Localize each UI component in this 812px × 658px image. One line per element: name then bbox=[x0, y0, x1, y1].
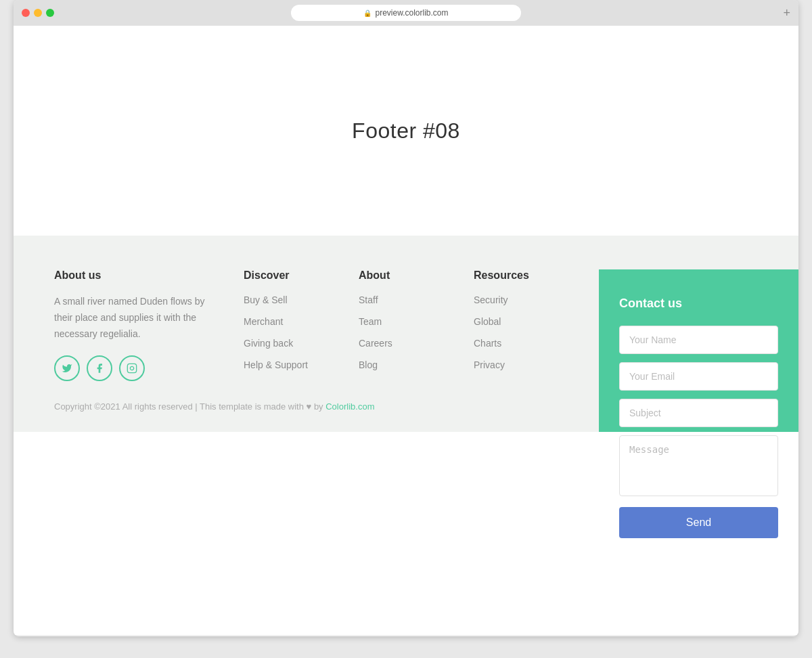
list-item: Blog bbox=[359, 359, 447, 371]
about-column: About us A small river named Duden flows… bbox=[54, 269, 217, 381]
discover-link-giving-back[interactable]: Giving back bbox=[244, 338, 293, 349]
address-bar[interactable]: 🔒 preview.colorlib.com bbox=[291, 5, 521, 21]
minimize-dot[interactable] bbox=[34, 9, 42, 17]
url-text: preview.colorlib.com bbox=[375, 8, 448, 18]
browser-window: 🔒 preview.colorlib.com + Footer #08 Abou… bbox=[14, 0, 798, 636]
twitter-icon-button[interactable] bbox=[54, 355, 80, 381]
discover-heading: Discover bbox=[244, 269, 332, 282]
about-link-careers[interactable]: Careers bbox=[359, 338, 392, 349]
list-item: Global bbox=[474, 315, 562, 328]
contact-heading: Contact us bbox=[619, 297, 778, 311]
list-item: Help & Support bbox=[244, 359, 332, 371]
contact-panel: Contact us Send bbox=[599, 269, 798, 432]
about-link-team[interactable]: Team bbox=[359, 316, 382, 327]
social-icons bbox=[54, 355, 217, 381]
list-item: Team bbox=[359, 315, 447, 328]
list-item: Security bbox=[474, 294, 562, 306]
send-button[interactable]: Send bbox=[619, 507, 778, 538]
copyright-text: Copyright ©2021 All rights reserved | Th… bbox=[54, 401, 325, 412]
browser-titlebar: 🔒 preview.colorlib.com + bbox=[14, 0, 798, 26]
about-nav-column: About Staff Team Careers bbox=[359, 269, 447, 381]
footer-inner: About us A small river named Duden flows… bbox=[14, 269, 585, 381]
list-item: Privacy bbox=[474, 359, 562, 371]
name-input[interactable] bbox=[619, 326, 778, 354]
browser-dots bbox=[22, 9, 54, 17]
resources-link-charts[interactable]: Charts bbox=[474, 338, 501, 349]
close-dot[interactable] bbox=[22, 9, 30, 17]
about-heading: About us bbox=[54, 269, 217, 282]
about-nav-heading: About bbox=[359, 269, 447, 282]
list-item: Merchant bbox=[244, 315, 332, 328]
add-tab-button[interactable]: + bbox=[783, 6, 790, 20]
discover-column: Discover Buy & Sell Merchant Giving back bbox=[244, 269, 332, 381]
message-textarea[interactable] bbox=[619, 435, 778, 496]
resources-column: Resources Security Global Charts bbox=[474, 269, 562, 381]
about-links: Staff Team Careers Blog bbox=[359, 294, 447, 371]
colorlib-link[interactable]: Colorlib.com bbox=[325, 401, 374, 412]
contact-form: Send bbox=[619, 326, 778, 538]
list-item: Staff bbox=[359, 294, 447, 306]
resources-links: Security Global Charts Privacy bbox=[474, 294, 562, 371]
footer-section: About us A small river named Duden flows… bbox=[14, 236, 798, 432]
list-item: Giving back bbox=[244, 337, 332, 349]
footer-bottom: Copyright ©2021 All rights reserved | Th… bbox=[14, 381, 585, 432]
discover-links: Buy & Sell Merchant Giving back Help & S… bbox=[244, 294, 332, 371]
discover-link-buy-sell[interactable]: Buy & Sell bbox=[244, 294, 288, 305]
resources-link-global[interactable]: Global bbox=[474, 316, 501, 327]
discover-link-merchant[interactable]: Merchant bbox=[244, 316, 283, 327]
maximize-dot[interactable] bbox=[46, 9, 54, 17]
resources-heading: Resources bbox=[474, 269, 562, 282]
page-content: Footer #08 About us A small river named … bbox=[14, 26, 798, 635]
discover-link-help-support[interactable]: Help & Support bbox=[244, 359, 308, 370]
resources-link-privacy[interactable]: Privacy bbox=[474, 359, 505, 370]
page-title: Footer #08 bbox=[352, 118, 460, 144]
list-item: Buy & Sell bbox=[244, 294, 332, 306]
about-description: A small river named Duden flows by their… bbox=[54, 294, 217, 342]
subject-input[interactable] bbox=[619, 399, 778, 427]
lock-icon: 🔒 bbox=[363, 9, 371, 17]
footer-columns-wrapper: About us A small river named Duden flows… bbox=[14, 269, 798, 432]
list-item: Charts bbox=[474, 337, 562, 349]
about-link-staff[interactable]: Staff bbox=[359, 294, 378, 305]
svg-rect-0 bbox=[127, 364, 136, 373]
facebook-icon-button[interactable] bbox=[87, 355, 112, 381]
resources-link-security[interactable]: Security bbox=[474, 294, 508, 305]
hero-section: Footer #08 bbox=[14, 26, 798, 236]
about-link-blog[interactable]: Blog bbox=[359, 359, 378, 370]
instagram-icon-button[interactable] bbox=[119, 355, 145, 381]
email-input[interactable] bbox=[619, 362, 778, 391]
nav-columns-group: Discover Buy & Sell Merchant Giving back bbox=[244, 269, 545, 381]
list-item: Careers bbox=[359, 337, 447, 349]
